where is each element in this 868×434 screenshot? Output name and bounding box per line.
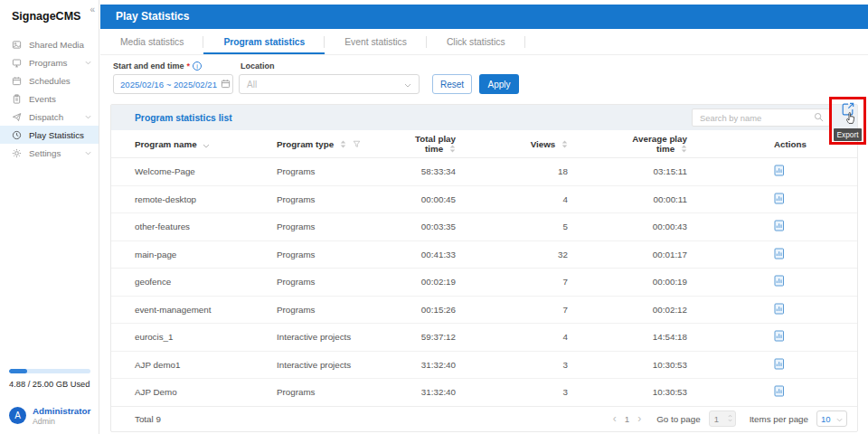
page-number[interactable]: 1 bbox=[625, 414, 629, 424]
tab-program-statistics[interactable]: Program statistics bbox=[203, 29, 325, 54]
sidebar-item-label: Dispatch bbox=[29, 112, 63, 122]
sidebar-item-label: Programs bbox=[29, 58, 67, 68]
report-icon[interactable] bbox=[774, 275, 785, 287]
goto-page-field[interactable] bbox=[714, 414, 727, 424]
items-per-page-select[interactable]: 10 bbox=[816, 410, 847, 427]
storage-progress-fill bbox=[9, 369, 27, 373]
cell-program-name: Welcome-Page bbox=[111, 166, 277, 176]
cell-average-play-time: 10:30:53 bbox=[620, 387, 747, 397]
sort-icon[interactable] bbox=[561, 140, 568, 148]
report-icon[interactable] bbox=[774, 330, 785, 342]
highlight-box: Export bbox=[829, 97, 866, 145]
sort-icon[interactable] bbox=[340, 140, 346, 148]
cell-program-name: AJP demo1 bbox=[111, 360, 277, 370]
sidebar-item-settings[interactable]: Settings bbox=[0, 144, 99, 162]
sidebar-collapse-icon[interactable]: « bbox=[90, 5, 95, 14]
chevron-down-icon bbox=[85, 151, 91, 156]
report-icon[interactable] bbox=[774, 193, 785, 204]
chevron-down-icon bbox=[836, 414, 843, 424]
user-name: Administrator bbox=[33, 406, 90, 417]
sidebar-item-programs[interactable]: Programs bbox=[0, 53, 99, 71]
search-input[interactable] bbox=[698, 112, 810, 124]
cell-actions bbox=[747, 385, 857, 399]
column-program-name[interactable]: Program name bbox=[111, 139, 277, 149]
calendar-icon bbox=[221, 79, 231, 90]
prev-page-button[interactable]: ‹ bbox=[613, 413, 617, 424]
storage-usage: 4.88 / 25.00 GB Used bbox=[9, 369, 90, 389]
column-label: Views bbox=[531, 139, 556, 149]
cell-views: 32 bbox=[507, 250, 620, 259]
cell-total-play-time: 00:15:26 bbox=[412, 305, 507, 315]
location-select[interactable]: All bbox=[239, 74, 420, 94]
send-icon bbox=[12, 112, 22, 122]
column-label: Actions bbox=[774, 139, 807, 149]
cell-program-name: remote-desktop bbox=[111, 194, 277, 204]
page-title: Play Statistics bbox=[100, 5, 868, 29]
items-per-page-value: 10 bbox=[821, 414, 831, 424]
tab-media-statistics[interactable]: Media statistics bbox=[100, 29, 203, 54]
next-page-button[interactable]: › bbox=[637, 413, 641, 424]
avatar: A bbox=[9, 407, 26, 424]
column-total-play-time[interactable]: Total play time bbox=[412, 134, 507, 154]
cell-average-play-time: 00:02:12 bbox=[620, 305, 747, 315]
table-row: Welcome-Page Programs 58:33:34 18 03:15:… bbox=[111, 158, 857, 186]
search-box bbox=[692, 108, 830, 127]
report-icon[interactable] bbox=[774, 165, 785, 176]
tab-event-statistics[interactable]: Event statistics bbox=[325, 29, 427, 54]
cell-program-type: Programs bbox=[277, 250, 412, 259]
date-range-group: Start and end time * i 2025/02/16 ~ 2025… bbox=[113, 61, 233, 94]
report-icon[interactable] bbox=[774, 385, 785, 397]
main-area: Play Statistics Media statistics Program… bbox=[100, 0, 868, 434]
cell-total-play-time: 31:32:40 bbox=[412, 360, 507, 370]
cell-average-play-time: 00:00:19 bbox=[620, 277, 747, 287]
column-program-type[interactable]: Program type bbox=[277, 139, 412, 149]
date-range-label-text: Start and end time bbox=[113, 61, 184, 71]
cell-actions bbox=[747, 275, 857, 288]
cell-actions bbox=[747, 358, 857, 372]
apply-button[interactable]: Apply bbox=[479, 74, 519, 94]
sidebar-item-events[interactable]: Events bbox=[0, 90, 99, 108]
user-profile[interactable]: A Administrator Admin bbox=[9, 406, 90, 426]
sidebar-item-schedules[interactable]: Schedules bbox=[0, 71, 99, 90]
cell-views: 4 bbox=[507, 194, 620, 204]
cell-program-type: Interactive projects bbox=[277, 332, 412, 342]
goto-page-input[interactable] bbox=[709, 410, 736, 427]
cell-actions bbox=[747, 248, 857, 261]
filter-funnel-icon[interactable] bbox=[353, 140, 361, 148]
report-icon[interactable] bbox=[774, 220, 785, 231]
sidebar-item-shared-media[interactable]: Shared Media bbox=[0, 35, 99, 53]
total-count: Total 9 bbox=[135, 414, 161, 424]
date-range-input[interactable]: 2025/02/16 ~ 2025/02/21 bbox=[113, 74, 233, 94]
cell-program-type: Interactive projects bbox=[277, 360, 412, 370]
sidebar-item-play-statistics[interactable]: Play Statistics bbox=[0, 126, 99, 144]
column-average-play-time[interactable]: Average play time bbox=[620, 134, 747, 154]
column-label: Program type bbox=[277, 139, 334, 149]
cell-program-type: Programs bbox=[277, 387, 412, 397]
user-role: Admin bbox=[33, 417, 90, 426]
tab-bar: Media statistics Program statistics Even… bbox=[100, 29, 868, 55]
table-row: event-management Programs 00:15:26 7 00:… bbox=[111, 297, 857, 325]
sidebar-menu: Shared Media Programs Schedules Events D… bbox=[0, 35, 99, 162]
report-icon[interactable] bbox=[774, 248, 785, 259]
sort-descending-icon[interactable] bbox=[203, 144, 210, 148]
cell-total-play-time: 58:33:34 bbox=[412, 166, 507, 176]
sidebar-item-dispatch[interactable]: Dispatch bbox=[0, 108, 99, 126]
report-icon[interactable] bbox=[774, 358, 785, 370]
stepper-arrows-icon[interactable] bbox=[728, 414, 732, 424]
reset-button[interactable]: Reset bbox=[432, 74, 472, 94]
list-title: Program statistics list bbox=[135, 113, 232, 123]
column-views[interactable]: Views bbox=[507, 139, 620, 149]
report-icon[interactable] bbox=[774, 303, 785, 315]
chevron-down-icon bbox=[85, 61, 91, 65]
storage-progress-bar bbox=[9, 369, 90, 373]
search-icon bbox=[814, 112, 824, 124]
tab-click-statistics[interactable]: Click statistics bbox=[427, 29, 525, 54]
location-value: All bbox=[247, 80, 257, 90]
cell-views: 18 bbox=[507, 166, 620, 176]
sort-icon[interactable] bbox=[449, 145, 456, 153]
cell-actions bbox=[747, 220, 857, 233]
cell-program-name: main-page bbox=[111, 250, 277, 259]
cell-total-play-time: 00:03:35 bbox=[412, 222, 507, 231]
sort-icon[interactable] bbox=[681, 145, 687, 153]
filter-bar: Start and end time * i 2025/02/16 ~ 2025… bbox=[100, 55, 868, 102]
